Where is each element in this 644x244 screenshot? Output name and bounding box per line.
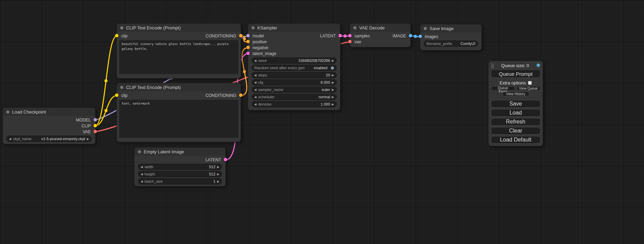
port-latent-output[interactable] [338,34,342,37]
node-empty-latent-image[interactable]: Empty Latent Image LATENT ◀ width 512 ▶ … [134,147,226,186]
collapse-dot-icon[interactable] [424,27,427,30]
increment-arrow-icon[interactable]: ▶ [217,180,219,183]
widget-cfg[interactable]: ◀ cfg 8.000 ▶ [252,79,337,85]
node-clip-text-encode-positive[interactable]: CLIP Text Encode (Prompt) clip CONDITION… [117,24,241,78]
link-midpoint-dot [344,35,347,38]
node-title-bar[interactable]: KSampler [248,24,340,32]
node-title: Load Checkpoint [12,109,46,115]
decrement-arrow-icon[interactable]: ◀ [141,173,143,176]
widget-filename-prefix[interactable]: filename_prefix ComfyUI [424,40,478,47]
decrement-arrow-icon[interactable]: ◀ [254,81,256,84]
node-title-bar[interactable]: Load Checkpoint [3,108,95,116]
port-vae-input[interactable] [348,40,352,43]
slot-row: negative [248,45,340,51]
decrement-arrow-icon[interactable]: ◀ [141,165,143,169]
port-samples-input[interactable] [348,34,352,37]
port-latent-output[interactable] [224,158,227,161]
node-clip-text-encode-negative[interactable]: CLIP Text Encode (Prompt) clip CONDITION… [117,83,241,142]
slot-row: vae [350,39,411,45]
port-images-input[interactable] [418,35,422,38]
port-clip-output[interactable] [94,124,97,127]
node-save-image[interactable]: Save Image images filename_prefix ComfyU… [420,24,482,50]
collapse-dot-icon[interactable] [252,26,255,29]
increment-arrow-icon[interactable]: ▶ [332,96,334,99]
increment-arrow-icon[interactable]: ▶ [332,74,334,77]
widget-scheduler[interactable]: ◀ scheduler normal ▶ [252,94,337,100]
decrement-arrow-icon[interactable]: ◀ [254,103,256,106]
decrement-arrow-icon[interactable]: ◀ [254,96,256,99]
decrement-arrow-icon[interactable]: ◀ [254,74,256,77]
widget-width[interactable]: ◀ width 512 ▶ [138,164,222,170]
output-slot-conditioning-label: CONDITIONING [205,34,236,38]
collapse-dot-icon[interactable] [120,86,123,89]
queue-front-button[interactable]: Queue Front [491,86,515,91]
widget-label: filename_prefix [426,42,452,46]
widget-ckpt-name[interactable]: ◀ ckpt_name v1-5-pruned-emaonly.ckpt ▶ [6,136,92,142]
queue-prompt-button[interactable]: Queue Prompt [491,70,540,78]
clear-button[interactable]: Clear [491,127,540,135]
port-clip-input[interactable] [115,34,118,37]
drag-handle-icon[interactable]: ⣿ [491,63,494,68]
node-title-bar[interactable]: CLIP Text Encode (Prompt) [117,24,241,32]
widget-sampler-name[interactable]: ◀ sampler_name euler ▶ [252,87,337,93]
node-ksampler[interactable]: KSampler model LATENT positive negative … [248,24,340,110]
increment-arrow-icon[interactable]: ▶ [87,137,89,141]
node-vae-decode[interactable]: VAE Decode samples IMAGE vae [350,24,411,47]
widget-random-seed-toggle[interactable]: Random seed after every gen enabled [252,65,337,71]
port-latent-image-input[interactable] [246,52,250,55]
port-conditioning-output[interactable] [239,34,242,37]
extra-options-checkbox[interactable] [528,81,532,85]
port-clip-input[interactable] [115,93,118,97]
node-graph-canvas[interactable]: Load Checkpoint MODEL CLIP VAE ◀ ckpt_na… [0,0,644,244]
node-load-checkpoint[interactable]: Load Checkpoint MODEL CLIP VAE ◀ ckpt_na… [3,108,95,144]
input-slot-model-label: model [253,34,264,38]
node-title-bar[interactable]: CLIP Text Encode (Prompt) [117,83,241,91]
slot-row: positive [248,39,340,45]
queue-menu-panel[interactable]: ⣿ Queue size: 0 ✱ Queue Prompt Extra opt… [488,61,543,146]
widget-batch-size[interactable]: ◀ batch_size 1 ▶ [138,178,222,184]
history-row: View History [491,92,540,96]
slot-label: CLIP [81,124,91,128]
save-button[interactable]: Save [491,100,540,108]
increment-arrow-icon[interactable]: ▶ [332,88,334,91]
port-positive-input[interactable] [246,40,250,43]
prompt-text-input[interactable]: beautiful scenery nature glass bottle la… [119,40,238,74]
view-queue-button[interactable]: View Queue [517,86,541,91]
widget-steps[interactable]: ◀ steps 20 ▶ [252,72,337,78]
widget-seed[interactable]: ◀ seed 156680208700286 ▶ [252,57,337,64]
widget-height[interactable]: ◀ height 512 ▶ [138,171,222,177]
port-vae-output[interactable] [94,130,97,133]
node-title-bar[interactable]: Empty Latent Image [134,147,226,156]
load-button[interactable]: Load [491,109,540,117]
port-model-output[interactable] [94,118,97,121]
decrement-arrow-icon[interactable]: ◀ [254,59,256,62]
collapse-dot-icon[interactable] [6,110,9,114]
prompt-text-input[interactable]: text, watermark [119,100,238,138]
toggle-dot-icon[interactable] [331,66,334,70]
increment-arrow-icon[interactable]: ▶ [217,165,219,169]
decrement-arrow-icon[interactable]: ◀ [9,137,11,141]
increment-arrow-icon[interactable]: ▶ [332,81,334,84]
increment-arrow-icon[interactable]: ▶ [332,103,334,106]
decrement-arrow-icon[interactable]: ◀ [254,88,256,91]
view-history-button[interactable]: View History [502,92,529,96]
port-model-input[interactable] [246,34,250,37]
port-negative-input[interactable] [246,46,250,49]
widget-value: v1-5-pruned-emaonly.ckpt [41,137,85,141]
increment-arrow-icon[interactable]: ▶ [217,173,219,176]
decrement-arrow-icon[interactable]: ◀ [141,180,143,183]
settings-gear-icon[interactable]: ✱ [536,62,540,69]
collapse-dot-icon[interactable] [120,26,123,29]
node-title-bar[interactable]: Save Image [420,24,482,33]
node-title-bar[interactable]: VAE Decode [350,24,411,32]
port-image-output[interactable] [409,34,412,37]
widget-denoise[interactable]: ◀ denoise 1.000 ▶ [252,101,337,107]
widget-label: width [144,165,153,169]
collapse-dot-icon[interactable] [353,26,356,29]
increment-arrow-icon[interactable]: ▶ [332,59,334,62]
load-default-button[interactable]: Load Default [491,136,540,144]
output-slot-model: MODEL [3,117,95,123]
collapse-dot-icon[interactable] [138,150,141,153]
refresh-button[interactable]: Refresh [491,118,540,126]
port-conditioning-output[interactable] [239,93,242,97]
